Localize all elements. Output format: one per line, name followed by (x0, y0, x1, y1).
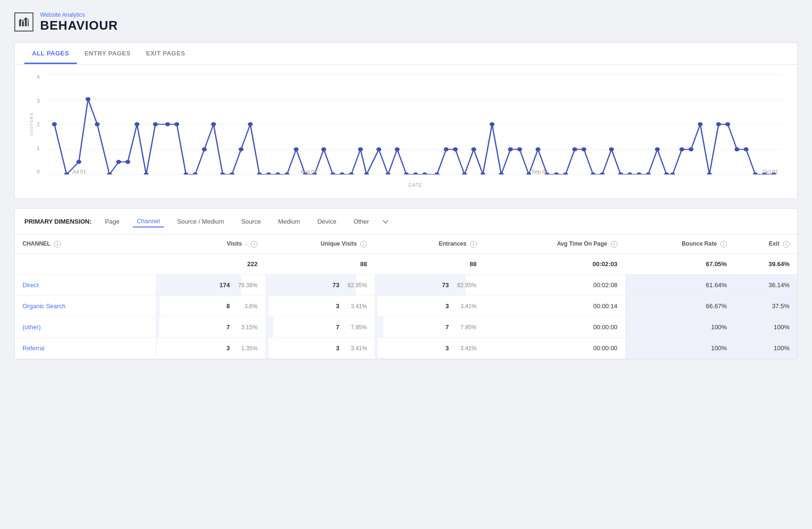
row-bounce-rate-2: 100% (625, 317, 735, 338)
unique-value-1: 3 (336, 302, 339, 310)
dim-option-source-medium[interactable]: Source / Medium (173, 216, 228, 227)
svg-point-36 (358, 147, 363, 151)
col-visits-sort[interactable]: ↓ (245, 241, 247, 247)
dim-option-other[interactable]: Other (350, 216, 373, 227)
y-axis: VISITORS 4 3 2 1 0 (24, 74, 43, 174)
svg-point-71 (679, 147, 684, 151)
visits-pct-3: 1.35% (234, 345, 257, 352)
unique-pct-0: 82.95% (343, 282, 367, 289)
row-unique-visits-1: 3 3.41% (265, 296, 374, 317)
primary-dimension-row: PRIMARY DIMENSION: Page Channel Source /… (15, 209, 797, 235)
svg-rect-0 (19, 20, 21, 26)
page-header: Website Analytics BEHAVIOUR (14, 11, 798, 33)
row-unique-visits-3: 3 3.41% (265, 338, 374, 359)
col-unique-visits: Unique Visits i (265, 235, 374, 254)
svg-point-60 (581, 147, 586, 151)
totals-visits: 222 (156, 254, 265, 275)
dim-more-button[interactable] (383, 219, 388, 225)
dim-option-channel[interactable]: Channel (133, 216, 163, 227)
row-visits-1: 8 3.6% (156, 296, 265, 317)
primary-dimension-label: PRIMARY DIMENSION: (24, 218, 92, 225)
row-avg-time-0: 00:02:08 (484, 275, 625, 296)
svg-rect-1 (22, 22, 24, 26)
row-exit-0: 36.14% (735, 275, 797, 296)
row-entrances-3: 3 3.41% (374, 338, 484, 359)
svg-point-4 (52, 122, 57, 126)
col-channel-info[interactable]: i (54, 241, 61, 248)
col-exit-label: Exit (769, 240, 780, 247)
entrance-value-1: 3 (446, 302, 449, 310)
header-subtitle: Website Analytics (40, 11, 118, 18)
table-row: Referral 3 1.35% 3 3.41% 3 3.41% 00:00:0… (15, 338, 797, 359)
col-visits-info[interactable]: i (251, 241, 257, 248)
unique-pct-2: 7.95% (343, 324, 367, 331)
col-entrances-label: Entrances (438, 240, 466, 247)
row-bounce-rate-3: 100% (625, 338, 735, 359)
table-row: (other) 7 3.15% 7 7.95% 7 7.95% 00:00:00… (15, 317, 797, 338)
svg-point-15 (165, 122, 170, 126)
svg-rect-3 (28, 21, 29, 26)
entrance-value-2: 7 (446, 324, 449, 331)
svg-point-24 (248, 122, 253, 126)
col-bounce-rate-info[interactable]: i (720, 241, 727, 248)
dim-option-source[interactable]: Source (237, 216, 265, 227)
col-visits-label: Visits (227, 240, 242, 247)
svg-point-76 (726, 122, 730, 126)
svg-point-11 (125, 160, 130, 164)
svg-point-10 (116, 160, 121, 164)
table-row: Direct 174 78.38% 73 82.95% 73 82.95% 00… (15, 275, 797, 296)
visits-pct-1: 3.6% (234, 303, 257, 310)
tab-all-pages[interactable]: ALL PAGES (24, 43, 77, 64)
analytics-icon (14, 12, 33, 32)
grid-line-0 (48, 174, 783, 175)
y-label-0: 0 (37, 169, 40, 174)
totals-avg-time: 00:02:03 (484, 254, 625, 275)
channel-link-2[interactable]: (other) (22, 324, 41, 331)
table-card: PRIMARY DIMENSION: Page Channel Source /… (14, 208, 798, 359)
x-axis: Jul 01 Aug 01 Sep 01 Oct 01 (72, 169, 778, 174)
tab-exit-pages[interactable]: EXIT PAGES (139, 43, 193, 64)
col-entrances: Entrances i (374, 235, 484, 254)
col-unique-visits-info[interactable]: i (360, 241, 367, 248)
chart-svg (48, 74, 783, 174)
col-avg-time-label: Avg Time On Page (557, 240, 607, 247)
totals-entrances: 88 (374, 254, 484, 275)
channel-link-0[interactable]: Direct (22, 281, 39, 289)
visits-pct-0: 78.38% (234, 282, 257, 289)
row-visits-2: 7 3.15% (156, 317, 265, 338)
svg-point-23 (239, 147, 244, 151)
chart-container: VISITORS 4 3 2 1 0 (15, 65, 797, 198)
entrance-pct-3: 3.41% (453, 345, 477, 352)
dim-option-device[interactable]: Device (313, 216, 340, 227)
col-bounce-rate: Bounce Rate i (625, 235, 735, 254)
channel-link-1[interactable]: Organic Search (22, 302, 65, 310)
svg-point-6 (76, 160, 81, 164)
col-unique-visits-label: Unique Visits (321, 240, 357, 247)
y-label-1: 1 (37, 145, 40, 151)
data-table: CHANNEL i Visits ↓ i Unique Visits i Ent… (15, 235, 797, 359)
svg-point-38 (376, 147, 381, 151)
entrance-pct-1: 3.41% (453, 303, 477, 310)
col-visits: Visits ↓ i (156, 235, 265, 254)
dim-option-medium[interactable]: Medium (274, 216, 304, 227)
tab-entry-pages[interactable]: ENTRY PAGES (77, 43, 139, 64)
svg-point-14 (153, 122, 158, 126)
x-label-sep01: Sep 01 (532, 169, 548, 174)
row-avg-time-1: 00:00:14 (484, 296, 625, 317)
row-channel-1: Organic Search (15, 296, 156, 317)
table-totals-row: 222 88 88 00:02:03 67.05% 39.64% (15, 254, 797, 275)
row-exit-2: 100% (735, 317, 797, 338)
table-header-row: CHANNEL i Visits ↓ i Unique Visits i Ent… (15, 235, 797, 254)
col-entrances-info[interactable]: i (470, 241, 477, 248)
row-bounce-rate-1: 66.67% (625, 296, 735, 317)
channel-link-3[interactable]: Referral (22, 345, 44, 352)
table-row: Organic Search 8 3.6% 3 3.41% 3 3.41% 00… (15, 296, 797, 317)
row-channel-2: (other) (15, 317, 156, 338)
row-avg-time-3: 00:00:00 (484, 338, 625, 359)
dim-option-page[interactable]: Page (101, 216, 123, 227)
entrance-pct-2: 7.95% (453, 324, 477, 331)
chart-area: VISITORS 4 3 2 1 0 (24, 74, 788, 189)
col-avg-time-info[interactable]: i (611, 241, 618, 248)
col-exit-info[interactable]: i (783, 241, 790, 248)
svg-point-48 (471, 147, 476, 151)
